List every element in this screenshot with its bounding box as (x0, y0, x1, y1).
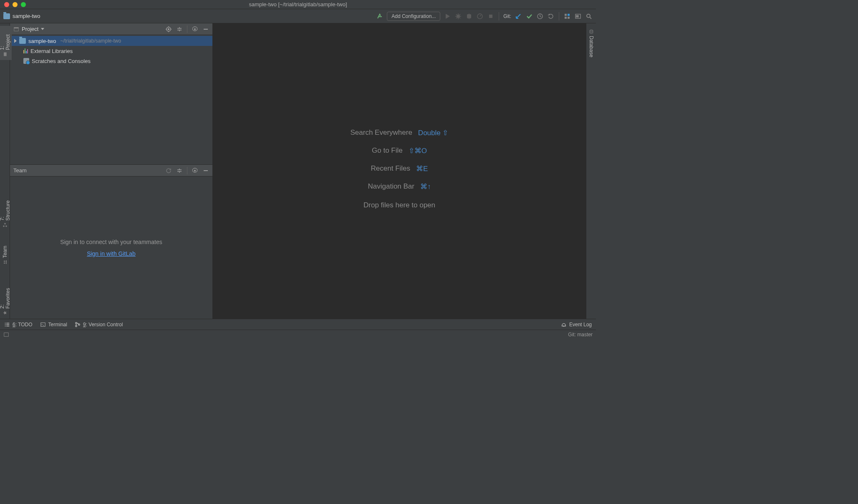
drop-files-message: Drop files here to open (363, 201, 435, 209)
svg-point-22 (194, 28, 196, 30)
main-toolbar: sample-two Add Configuration... Git: (0, 9, 596, 23)
coverage-icon[interactable] (465, 13, 473, 20)
tool-tab-favorites[interactable]: 2: Favorites (0, 280, 12, 319)
hide-panel-icon[interactable] (202, 26, 209, 33)
panel-settings-icon[interactable] (192, 26, 198, 33)
tree-external-libraries[interactable]: External Libraries (10, 46, 212, 56)
expand-arrow-icon[interactable] (14, 39, 17, 43)
libraries-icon (23, 48, 28, 53)
svg-point-11 (587, 14, 590, 18)
team-panel: Team Sign in to connect with your teamma… (10, 164, 212, 319)
svg-rect-19 (14, 27, 19, 28)
vcs-commit-icon[interactable] (525, 13, 533, 20)
svg-rect-13 (3, 225, 4, 227)
git-label: Git: (503, 13, 511, 19)
hide-panel-icon[interactable] (202, 167, 209, 174)
svg-point-17 (4, 261, 5, 262)
folder-icon (19, 38, 26, 44)
svg-rect-5 (565, 14, 567, 16)
svg-rect-29 (4, 333, 9, 336)
project-folder-icon (3, 13, 10, 19)
left-tool-gutter: 1: Project 7: Structure Team 2: Favorite… (0, 23, 10, 319)
tool-tab-todo[interactable]: 6: TODO (4, 322, 33, 328)
svg-rect-8 (568, 17, 570, 19)
add-configuration-button[interactable]: Add Configuration... (387, 12, 440, 21)
sidebar: Project sample-two ~/trial/trialgitlab/s… (10, 23, 213, 319)
status-bar: Git: master (0, 330, 596, 339)
svg-rect-25 (40, 323, 45, 326)
build-icon[interactable] (376, 13, 384, 20)
project-panel-header: Project (10, 23, 212, 35)
tool-tab-terminal[interactable]: Terminal (40, 322, 67, 328)
svg-rect-12 (4, 53, 7, 56)
refresh-icon[interactable] (165, 167, 172, 174)
maximize-window-button[interactable] (21, 2, 26, 7)
collapse-all-icon[interactable] (176, 26, 183, 33)
svg-rect-14 (5, 225, 7, 227)
status-git-branch[interactable]: Git: master (568, 332, 593, 338)
project-structure-icon[interactable] (563, 13, 571, 20)
signin-gitlab-link[interactable]: Sign in with GitLab (87, 250, 136, 257)
toggle-tool-windows-icon[interactable] (3, 332, 9, 338)
svg-point-24 (590, 30, 593, 31)
tool-tab-version-control[interactable]: 9: Version Control (75, 322, 123, 328)
window-titlebar: sample-two [~/trial/trialgitlab/sample-t… (0, 0, 596, 9)
svg-point-0 (457, 15, 460, 18)
svg-point-16 (4, 262, 5, 264)
hint-goto-file: Go to File ⇧⌘O (372, 146, 427, 155)
bottom-toolbar: 6: TODO Terminal 9: Version Control Even… (0, 319, 596, 330)
editor-area[interactable]: Search Everywhere Double ⇧ Go to File ⇧⌘… (213, 23, 586, 319)
svg-point-26 (76, 322, 77, 324)
panel-settings-icon[interactable] (192, 167, 198, 174)
svg-rect-6 (568, 14, 570, 16)
collapse-all-icon[interactable] (176, 167, 183, 174)
team-panel-header: Team (10, 165, 212, 176)
vcs-update-icon[interactable] (515, 13, 522, 20)
project-view-selector[interactable]: Project (22, 26, 44, 32)
stop-icon[interactable] (487, 13, 495, 20)
hint-navigation-bar: Navigation Bar ⌘↑ (368, 182, 431, 191)
tool-tab-structure[interactable]: 7: Structure (0, 192, 12, 231)
svg-point-21 (168, 28, 169, 30)
profile-icon[interactable] (476, 13, 484, 20)
vcs-history-icon[interactable] (536, 13, 544, 20)
right-tool-gutter: Database (586, 23, 596, 319)
hint-search-everywhere: Search Everywhere Double ⇧ (351, 129, 449, 137)
tool-tab-event-log[interactable]: Event Log (561, 322, 592, 328)
tool-tab-team[interactable]: Team (1, 242, 9, 268)
svg-rect-10 (576, 15, 578, 17)
chevron-down-icon (41, 28, 44, 30)
close-window-button[interactable] (4, 2, 9, 7)
run-icon[interactable] (444, 13, 451, 20)
tree-root[interactable]: sample-two ~/trial/trialgitlab/sample-tw… (10, 36, 212, 46)
svg-rect-3 (489, 15, 492, 18)
vcs-revert-icon[interactable] (547, 13, 555, 20)
svg-rect-1 (467, 14, 471, 18)
tree-scratches[interactable]: Scratches and Consoles (10, 56, 212, 66)
team-panel-title: Team (13, 167, 27, 174)
team-signin-message: Sign in to connect with your teammates (60, 239, 162, 245)
svg-point-23 (194, 170, 196, 171)
hint-recent-files: Recent Files ⌘E (371, 164, 428, 173)
project-tree[interactable]: sample-two ~/trial/trialgitlab/sample-tw… (10, 35, 212, 164)
breadcrumb-project[interactable]: sample-two (13, 13, 40, 19)
ide-settings-icon[interactable] (574, 13, 582, 20)
scratches-icon (23, 58, 29, 64)
project-view-icon (13, 26, 19, 32)
tool-tab-project[interactable]: 1: Project (0, 26, 12, 60)
debug-icon[interactable] (454, 13, 462, 20)
tool-tab-database[interactable]: Database (588, 26, 595, 60)
search-everywhere-icon[interactable] (585, 13, 593, 20)
svg-point-27 (76, 325, 77, 327)
svg-rect-15 (4, 223, 5, 224)
window-title: sample-two [~/trial/trialgitlab/sample-t… (249, 1, 347, 8)
locate-icon[interactable] (165, 26, 172, 33)
svg-rect-7 (565, 17, 567, 19)
minimize-window-button[interactable] (13, 2, 18, 7)
